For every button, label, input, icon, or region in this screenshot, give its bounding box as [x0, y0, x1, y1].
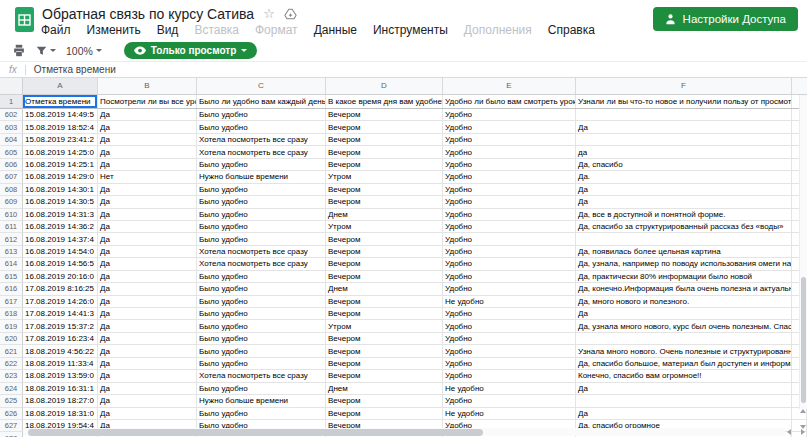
cell[interactable]: Днем [326, 209, 443, 221]
cell[interactable]: Да, узнала много нового, курс был очень … [576, 320, 792, 332]
cell[interactable]: 16.08.2019 14:25:0 [23, 146, 98, 158]
cell[interactable]: Да [98, 233, 197, 245]
cell[interactable]: Да [98, 146, 197, 158]
cell[interactable]: Было удобно [197, 221, 326, 233]
row-number[interactable]: 627 [0, 420, 23, 432]
row-number[interactable]: 607 [0, 171, 23, 183]
cell[interactable]: Удобно [443, 134, 576, 146]
cell[interactable]: Да [98, 383, 197, 395]
cell[interactable]: Вечером [326, 184, 443, 196]
row-number[interactable]: 603 [0, 121, 23, 133]
cell[interactable]: 18.08.2019 18:27:0 [23, 395, 98, 407]
cell[interactable]: Хотела посмотреть все сразу [197, 246, 326, 258]
cell[interactable]: Удобно [443, 345, 576, 357]
cell[interactable]: Утром [326, 171, 443, 183]
cell[interactable]: Да, спасибо [576, 159, 792, 171]
cell[interactable]: 16.08.2019 14:29:0 [23, 171, 98, 183]
cell[interactable]: Да [576, 408, 792, 420]
cell[interactable]: Вечером [326, 395, 443, 407]
cell[interactable]: 16.08.2019 14:56:5 [23, 258, 98, 270]
row-number[interactable]: 614 [0, 258, 23, 270]
cell[interactable]: да [576, 146, 792, 158]
cell[interactable]: Удобно [443, 221, 576, 233]
cell[interactable]: Да, практически 80% информации было ново… [576, 271, 792, 283]
cell[interactable]: Удобно [443, 246, 576, 258]
cell[interactable]: 16.08.2019 14:31:3 [23, 209, 98, 221]
cell[interactable]: Было удобно [197, 184, 326, 196]
cell[interactable]: Да [98, 184, 197, 196]
cell[interactable]: Да [98, 209, 197, 221]
cell[interactable]: 16.08.2019 14:37:4 [23, 233, 98, 245]
cell[interactable]: Удобно [443, 121, 576, 133]
cell[interactable]: Было удобно [197, 233, 326, 245]
cell[interactable]: Да [98, 109, 197, 121]
scroll-right-icon[interactable] [801, 429, 805, 435]
cell[interactable]: Удобно ли было вам смотреть уроки [443, 95, 576, 108]
cell[interactable] [576, 134, 792, 146]
cell[interactable]: Удобно [443, 320, 576, 332]
row-number[interactable]: 612 [0, 233, 23, 245]
cell[interactable]: Хотела посмотреть все сразу [197, 258, 326, 270]
scroll-up-icon[interactable] [800, 409, 806, 413]
cell[interactable]: 17.08.2019 14:41:3 [23, 308, 98, 320]
cell[interactable]: Утром [326, 221, 443, 233]
row-number[interactable]: 615 [0, 271, 23, 283]
cell[interactable]: Да [98, 370, 197, 382]
menu-item-view[interactable]: Вид [157, 23, 179, 37]
cell[interactable]: 17.08.2019 15:37:2 [23, 320, 98, 332]
cell[interactable]: Да [98, 159, 197, 171]
cell[interactable]: 16.08.2019 14:30:5 [23, 196, 98, 208]
cell[interactable]: Да, узнала, например по поводу использов… [576, 258, 792, 270]
cell[interactable]: 17.08.2019 14:26:0 [23, 296, 98, 308]
column-header-f[interactable]: F [576, 78, 792, 94]
cell[interactable]: Да [576, 121, 792, 133]
cell[interactable]: Да [98, 196, 197, 208]
cell[interactable] [576, 333, 792, 345]
row-number[interactable]: 625 [0, 395, 23, 407]
cell[interactable]: Да [576, 184, 792, 196]
cell[interactable]: Удобно [443, 308, 576, 320]
cell[interactable]: Удобно [443, 196, 576, 208]
cell[interactable]: Вечером [326, 333, 443, 345]
cell[interactable]: Удобно [443, 271, 576, 283]
cell[interactable]: 15.08.2019 18:52:4 [23, 121, 98, 133]
zoom-select[interactable]: 100% [66, 45, 102, 57]
cell[interactable]: Удобно [443, 395, 576, 407]
column-header-b[interactable]: B [98, 78, 197, 94]
cell[interactable]: Да [98, 345, 197, 357]
cell[interactable]: Узнали ли вы что-то новое и получили пол… [576, 95, 792, 108]
cell[interactable]: Хотела посмотреть все сразу [197, 134, 326, 146]
cell[interactable]: Вечером [326, 358, 443, 370]
cell[interactable]: 16.08.2019 14:36:2 [23, 221, 98, 233]
cell[interactable]: Хотела посмотреть все сразу [197, 146, 326, 158]
cell[interactable]: Удобно [443, 159, 576, 171]
row-number[interactable]: 620 [0, 333, 23, 345]
row-number[interactable]: 609 [0, 196, 23, 208]
cell[interactable]: 17.08.2019 8:16:25 [23, 283, 98, 295]
menu-item-file[interactable]: Файл [41, 23, 71, 37]
row-number[interactable]: 602 [0, 109, 23, 121]
cell[interactable]: Да, много нового и полезного. [576, 296, 792, 308]
scroll-left-icon[interactable] [787, 429, 791, 435]
cell[interactable]: Нужно больше времени [197, 171, 326, 183]
cell[interactable]: Днем [326, 383, 443, 395]
cell[interactable]: 16.08.2019 20:16:0 [23, 271, 98, 283]
cell[interactable]: Удобно [443, 146, 576, 158]
row-number[interactable]: 622 [0, 358, 23, 370]
cell[interactable]: Было удобно [197, 358, 326, 370]
cell[interactable]: Было удобно [197, 121, 326, 133]
cell[interactable]: Да [98, 395, 197, 407]
cell[interactable]: Да [98, 296, 197, 308]
cell[interactable]: Вечером [326, 271, 443, 283]
cell[interactable]: Да [98, 283, 197, 295]
cell[interactable]: Удобно [443, 233, 576, 245]
filter-button[interactable] [36, 45, 56, 56]
cell[interactable]: Да, все в доступной и понятной форме. [576, 209, 792, 221]
cell[interactable]: Да [98, 271, 197, 283]
cell[interactable]: Да [98, 308, 197, 320]
cell[interactable]: Вечером [326, 109, 443, 121]
cell[interactable]: Удобно [443, 171, 576, 183]
cell[interactable]: 18.08.2019 11:33:4 [23, 358, 98, 370]
cell[interactable]: Вечером [326, 308, 443, 320]
add-to-drive-icon[interactable] [284, 8, 297, 20]
